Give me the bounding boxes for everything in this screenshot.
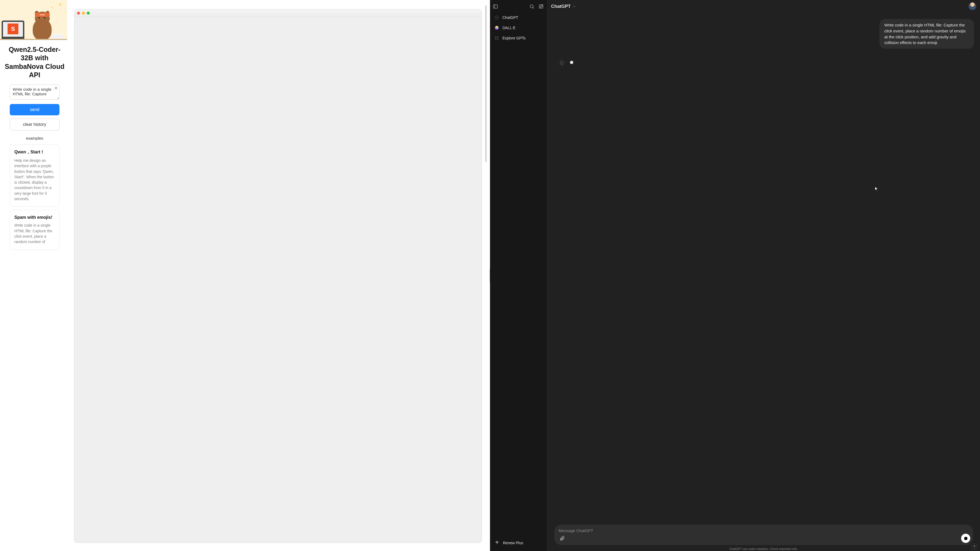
sidebar-item-chatgpt[interactable]: ChatGPT: [492, 13, 544, 22]
model-label: ChatGPT: [551, 4, 571, 9]
headband-text: coder: [35, 13, 50, 17]
example-title: Qwen，Start！: [14, 149, 55, 155]
sidebar-item-explore[interactable]: Explore GPTs: [492, 33, 544, 43]
stop-generating-button[interactable]: [961, 534, 970, 543]
example-card[interactable]: Qwen，Start！ Help me design an interface …: [10, 144, 59, 206]
stop-icon: [964, 537, 967, 540]
minimize-window-icon[interactable]: [82, 12, 85, 14]
example-title: Spam with emojis!: [14, 215, 55, 220]
preview-window: [74, 9, 482, 543]
qwen-sidebar: S coder Qwen2.5-Coder-32B with SambaNova…: [0, 0, 67, 551]
chatgpt-main: ChatGPT Write code in a single HTML file…: [547, 0, 980, 551]
svg-point-2: [530, 5, 533, 8]
composer-box[interactable]: [554, 524, 973, 545]
window-titlebar: [74, 10, 482, 17]
example-card[interactable]: Spam with emojis! Write code in a single…: [10, 210, 59, 249]
search-icon[interactable]: [529, 4, 535, 9]
thinking-indicator-icon: [570, 61, 573, 64]
svg-rect-0: [493, 5, 498, 8]
user-message: Write code in a single HTML file: Captur…: [880, 19, 974, 49]
close-window-icon[interactable]: [77, 12, 80, 14]
sidebar-item-label: ChatGPT: [503, 15, 518, 20]
svg-point-9: [497, 39, 498, 40]
textarea-scrollbar-thumb[interactable]: [55, 87, 57, 89]
svg-line-3: [533, 8, 534, 9]
sidebar-item-label: DALL·E: [503, 25, 515, 30]
svg-point-8: [495, 39, 496, 40]
user-avatar[interactable]: [969, 2, 976, 10]
chatgpt-header: ChatGPT: [547, 0, 980, 13]
paperclip-icon: [560, 536, 565, 541]
conversation-thread: Write code in a single HTML file: Captur…: [547, 13, 980, 521]
explore-icon: [494, 36, 499, 41]
zoom-window-icon[interactable]: [87, 12, 90, 14]
sparkle-icon: [494, 540, 500, 546]
renew-plus-button[interactable]: Renew Plus: [492, 537, 544, 548]
sambanova-logo: S: [8, 24, 18, 34]
preview-body[interactable]: [74, 17, 482, 543]
svg-point-7: [497, 37, 498, 38]
sidebar-item-dalle[interactable]: DALL·E: [492, 23, 544, 32]
hero-illustration: S coder: [0, 0, 67, 40]
svg-rect-4: [539, 5, 543, 8]
attach-button[interactable]: [558, 534, 566, 542]
new-chat-icon[interactable]: [538, 4, 544, 9]
help-button[interactable]: ?: [971, 543, 977, 549]
chatgpt-app: ChatGPT DALL·E Explore GPTs Renew Plus: [490, 0, 980, 551]
composer: [547, 521, 980, 547]
page-title: Qwen2.5-Coder-32B with SambaNova Cloud A…: [2, 40, 67, 82]
send-button[interactable]: send: [10, 104, 59, 115]
chatgpt-icon: [494, 15, 499, 20]
example-desc: Write code in a single HTML file: Captur…: [14, 222, 55, 245]
example-desc: Help me design an interface with a purpl…: [14, 158, 55, 202]
examples-divider: examples: [23, 136, 46, 140]
dalle-icon: [494, 25, 499, 30]
qwen-app: S coder Qwen2.5-Coder-32B with SambaNova…: [0, 0, 490, 551]
examples-label: examples: [26, 136, 43, 140]
assistant-avatar-icon: [558, 59, 565, 66]
clear-history-button[interactable]: clear history: [10, 119, 59, 130]
disclaimer-text: ChatGPT can make mistakes. Check importa…: [547, 547, 980, 551]
renew-label: Renew Plus: [503, 541, 523, 545]
assistant-row: [558, 59, 974, 66]
collapse-sidebar-icon[interactable]: [493, 4, 498, 9]
scrollbar-thumb[interactable]: [485, 5, 487, 162]
preview-pane: [67, 0, 490, 551]
chevron-down-icon: [573, 5, 576, 8]
prompt-textarea[interactable]: [10, 84, 59, 100]
svg-point-6: [495, 37, 496, 38]
sidebar-item-label: Explore GPTs: [503, 36, 526, 40]
message-input[interactable]: [558, 528, 958, 533]
model-selector[interactable]: ChatGPT: [551, 4, 576, 9]
chatgpt-sidebar: ChatGPT DALL·E Explore GPTs Renew Plus: [490, 0, 547, 551]
